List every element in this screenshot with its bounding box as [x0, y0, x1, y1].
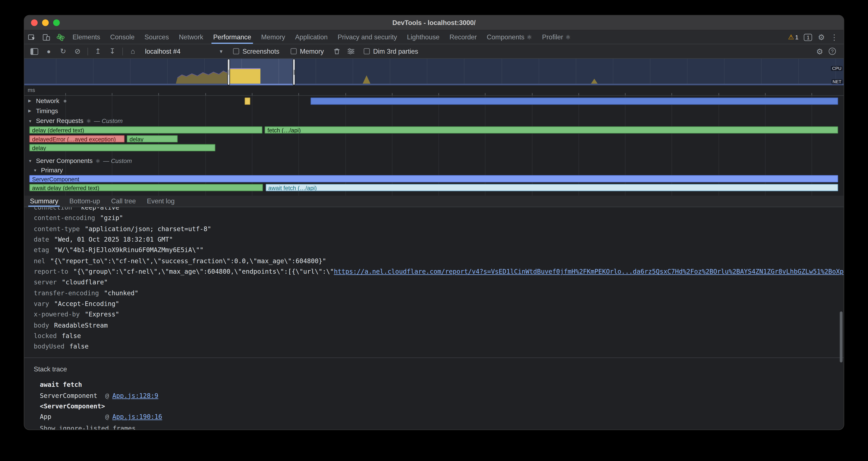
header-value: "application/json; charset=utf-8"	[85, 225, 211, 232]
network-request-bar[interactable]	[311, 97, 838, 105]
toggle-panel-icon[interactable]	[28, 48, 41, 55]
window-titlebar: DevTools - localhost:3000/	[24, 16, 844, 31]
tab-summary[interactable]: Summary	[24, 196, 64, 207]
help-icon[interactable]: ?	[829, 48, 836, 55]
primary-group-label: Primary	[41, 167, 63, 173]
source-location-link[interactable]: App.js:128:9	[112, 392, 158, 399]
summary-scroll-area[interactable]: connection"keep-alive" content-encoding"…	[24, 207, 844, 430]
dim-3rd-parties-checkbox[interactable]: Dim 3rd parties	[364, 48, 418, 55]
selection-handle-right[interactable]	[293, 59, 296, 85]
header-name: vary	[34, 300, 49, 308]
cpu-lane-label: CPU	[831, 66, 843, 71]
tab-profiler[interactable]: Profiler⚛	[537, 31, 576, 44]
tab-performance[interactable]: Performance	[208, 31, 256, 44]
track-server-requests-header[interactable]: ▼ Server Requests ⚛ — Custom	[24, 116, 844, 126]
disclosure-expanded-icon[interactable]: ▼	[28, 119, 33, 123]
save-profile-button[interactable]: ↧	[106, 47, 119, 55]
timeline-event-bar[interactable]: ServerComponent	[29, 175, 838, 182]
selection-handle-left[interactable]	[227, 59, 230, 85]
timeline-event-bar[interactable]: delayedError (…ayed exception)	[29, 135, 125, 142]
tab-application[interactable]: Application	[290, 31, 333, 44]
throttling-tune-icon[interactable]	[344, 48, 358, 55]
issues-indicator[interactable]: 1	[804, 33, 812, 41]
section-divider	[24, 357, 844, 358]
body-row: bodyReadableStream	[34, 320, 834, 331]
load-profile-button[interactable]: ↥	[91, 47, 105, 55]
body-row: lockedfalse	[34, 331, 834, 342]
header-name: etag	[34, 246, 49, 254]
source-location-link[interactable]: App.js:190:16	[112, 413, 162, 421]
stack-frame: App@App.js:190:16	[40, 412, 834, 423]
capture-settings-gear-icon[interactable]: ⚙	[816, 47, 823, 56]
settings-gear-icon[interactable]: ⚙	[818, 33, 825, 41]
timeline-event-bar[interactable]: fetch (…/api)	[265, 126, 838, 134]
close-button[interactable]	[31, 20, 38, 26]
network-request-bar[interactable]	[245, 97, 250, 105]
header-row: nel"{\"report_to\":\"cf-nel\",\"success_…	[34, 256, 834, 267]
disclosure-collapsed-icon[interactable]: ▶	[28, 98, 33, 103]
header-name: content-type	[34, 225, 80, 232]
devtools-tabbar: Elements Console Sources Network Perform…	[24, 31, 844, 45]
tab-sources[interactable]: Sources	[140, 31, 174, 44]
garbage-collect-icon[interactable]	[330, 48, 343, 55]
performance-toolbar: ● ↻ ⊘ ↥ ↧ ⌂ localhost #4 ▾ Screenshots M…	[24, 44, 844, 59]
header-value: "{\"report_to\":\"cf-nel\",\"success_fra…	[50, 257, 326, 265]
tab-bottom-up[interactable]: Bottom-up	[64, 196, 105, 207]
disclosure-collapsed-icon[interactable]: ▶	[28, 109, 33, 113]
screenshots-checkbox[interactable]: Screenshots	[233, 48, 279, 55]
memory-checkbox[interactable]: Memory	[290, 48, 324, 55]
atom-icon: ⚛	[95, 157, 100, 164]
zoom-button[interactable]	[53, 20, 60, 26]
checkbox-box	[290, 48, 297, 54]
details-tabbar: Summary Bottom-up Call tree Event log	[24, 196, 844, 207]
inspect-element-icon[interactable]	[24, 31, 39, 44]
live-metrics-home-button[interactable]: ⌂	[126, 47, 140, 55]
tab-event-log[interactable]: Event log	[142, 196, 180, 207]
track-timings[interactable]: ▶ Timings	[24, 106, 844, 116]
summary-content: connection"keep-alive" content-encoding"…	[24, 207, 844, 430]
minimize-button[interactable]	[42, 20, 49, 26]
profile-history-select[interactable]: localhost #4 ▾	[141, 48, 227, 55]
ruler-unit-label: ms	[28, 87, 35, 93]
body-rows: bodyReadableStream lockedfalse bodyUsedf…	[34, 320, 834, 352]
tab-privacy-and-security[interactable]: Privacy and security	[333, 31, 402, 44]
tab-components[interactable]: Components⚛	[482, 31, 537, 44]
tab-lighthouse[interactable]: Lighthouse	[402, 31, 444, 44]
timeline-event-bar[interactable]: delay	[127, 135, 178, 142]
more-options-icon[interactable]: ⋮	[830, 33, 838, 41]
tab-elements[interactable]: Elements	[67, 31, 105, 44]
header-value: "Accept-Encoding"	[54, 300, 119, 308]
track-network[interactable]: ▶ Network	[24, 96, 844, 106]
network-track-bars	[29, 97, 838, 105]
tab-memory[interactable]: Memory	[256, 31, 290, 44]
tabbar-right-cluster: ⚠1 1 ⚙ ⋮	[788, 31, 844, 44]
stack-group-label: await fetch	[40, 380, 834, 391]
tab-call-tree[interactable]: Call tree	[105, 196, 142, 207]
report-to-url-link[interactable]: https://a.nel.cloudflare.com/report/v4?s…	[334, 268, 844, 276]
record-and-reload-button[interactable]: ↻	[56, 47, 70, 55]
track-server-components-header[interactable]: ▼ Server Components ⚛ — Custom	[24, 156, 844, 166]
device-toolbar-icon[interactable]	[39, 31, 53, 44]
tab-network[interactable]: Network	[174, 31, 208, 44]
timeline-event-bar[interactable]: delay (deferred text)	[29, 126, 262, 134]
track-server-requests-label: Server Requests	[36, 117, 83, 124]
custom-track-tag: — Custom	[94, 117, 123, 124]
timeline-event-bar[interactable]: await fetch (…/api)	[266, 184, 838, 191]
disclosure-expanded-icon[interactable]: ▼	[28, 159, 33, 163]
show-ignore-listed-frames-link[interactable]: Show ignore-listed frames	[40, 423, 834, 430]
tab-console[interactable]: Console	[105, 31, 140, 44]
timeline-event-bar[interactable]: delay	[29, 144, 215, 151]
warning-icon: ⚠	[788, 33, 794, 41]
header-name: x-powered-by	[34, 311, 80, 318]
tab-recorder[interactable]: Recorder	[444, 31, 482, 44]
record-button[interactable]: ●	[42, 48, 55, 55]
server-components-row-1: ServerComponent	[24, 174, 844, 183]
timeline-overview[interactable]: 97 ms197 ms297 ms397 ms497 ms597 ms697 m…	[24, 59, 844, 86]
timeline-event-bar[interactable]: await delay (deferred text)	[29, 184, 263, 191]
disclosure-expanded-icon[interactable]: ▼	[33, 168, 38, 172]
track-server-components-label: Server Components	[36, 157, 92, 164]
scrollbar-thumb[interactable]	[840, 312, 843, 363]
server-components-primary-header[interactable]: ▼ Primary	[24, 166, 844, 174]
clear-button[interactable]: ⊘	[71, 47, 84, 55]
warnings-indicator[interactable]: ⚠1	[788, 33, 799, 41]
